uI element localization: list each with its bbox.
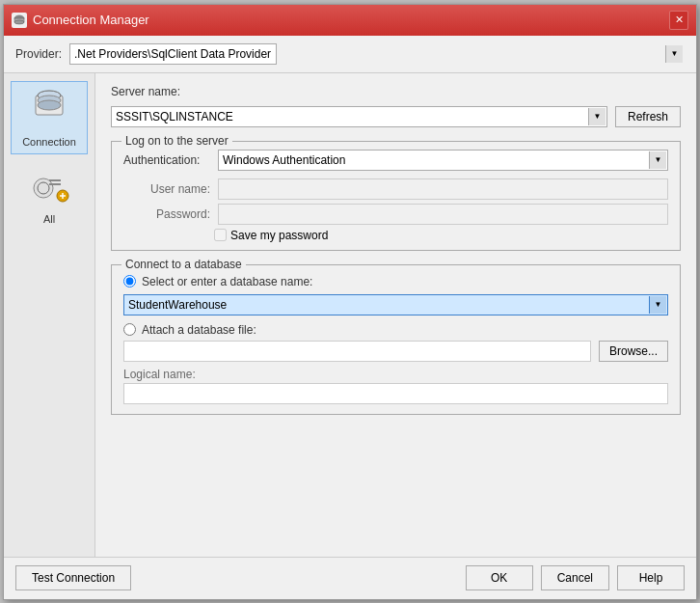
logon-group: Log on to the server Authentication: Win… bbox=[111, 141, 681, 251]
auth-row: Authentication: Windows Authentication ▼ bbox=[123, 150, 668, 171]
browse-button[interactable]: Browse... bbox=[599, 341, 668, 362]
svg-point-2 bbox=[14, 20, 24, 24]
password-label: Password: bbox=[123, 207, 210, 221]
sidebar-item-connection[interactable]: Connection bbox=[11, 81, 88, 154]
auth-select-wrapper: Windows Authentication ▼ bbox=[218, 150, 668, 171]
server-select-wrapper: SSSIT\SQLINSTANCE ▼ bbox=[111, 106, 607, 127]
database-group: Connect to a database Select or enter a … bbox=[111, 264, 681, 415]
server-section: Server name: SSSIT\SQLINSTANCE ▼ Refresh bbox=[111, 85, 681, 127]
content-area: Server name: SSSIT\SQLINSTANCE ▼ Refresh… bbox=[95, 73, 696, 557]
sidebar-all-label: All bbox=[43, 213, 55, 225]
title-bar-left: Connection Manager bbox=[12, 13, 149, 28]
save-password-label: Save my password bbox=[230, 229, 328, 242]
provider-select-arrow-icon: ▼ bbox=[665, 45, 683, 63]
sidebar-item-all[interactable]: All bbox=[11, 158, 88, 232]
server-name-row: SSSIT\SQLINSTANCE ▼ Refresh bbox=[111, 106, 681, 127]
all-icon bbox=[26, 165, 72, 211]
provider-select-wrapper: .Net Providers\SqlClient Data Provider ▼ bbox=[69, 43, 685, 65]
svg-point-7 bbox=[38, 100, 61, 110]
provider-label: Provider: bbox=[15, 47, 62, 61]
attach-db-radio[interactable] bbox=[123, 323, 136, 336]
attach-file-input[interactable] bbox=[123, 341, 591, 362]
attach-db-radio-row: Attach a database file: bbox=[123, 323, 668, 337]
connection-manager-window: Connection Manager ✕ Provider: .Net Prov… bbox=[3, 4, 697, 600]
attach-input-row: Browse... bbox=[123, 341, 668, 362]
user-name-label: User name: bbox=[123, 182, 210, 196]
database-select[interactable]: StudentWarehouse bbox=[123, 294, 668, 315]
provider-select[interactable]: .Net Providers\SqlClient Data Provider bbox=[69, 43, 277, 65]
sidebar-connection-label: Connection bbox=[22, 136, 76, 148]
sidebar: Connection All bbox=[4, 73, 95, 557]
help-button[interactable]: Help bbox=[617, 565, 685, 590]
auth-label: Authentication: bbox=[123, 153, 210, 167]
title-bar: Connection Manager ✕ bbox=[4, 5, 696, 36]
user-name-row: User name: bbox=[123, 178, 668, 200]
server-name-select[interactable]: SSSIT\SQLINSTANCE bbox=[111, 106, 607, 127]
server-name-label: Server name: bbox=[111, 85, 681, 98]
provider-row: Provider: .Net Providers\SqlClient Data … bbox=[4, 36, 696, 73]
save-password-row: Save my password bbox=[123, 229, 668, 242]
test-connection-button[interactable]: Test Connection bbox=[15, 565, 131, 590]
main-body: Connection All bbox=[4, 73, 696, 557]
window-title: Connection Manager bbox=[33, 13, 149, 27]
footer-right: OK Cancel Help bbox=[466, 565, 685, 590]
window-icon bbox=[12, 13, 27, 28]
select-db-radio-label: Select or enter a database name: bbox=[142, 275, 312, 288]
refresh-button[interactable]: Refresh bbox=[615, 106, 681, 127]
logical-name-label: Logical name: bbox=[123, 368, 668, 381]
user-name-input[interactable] bbox=[218, 178, 668, 200]
select-db-radio[interactable] bbox=[123, 275, 136, 288]
logon-group-title: Log on to the server bbox=[121, 134, 232, 148]
save-password-checkbox[interactable] bbox=[214, 229, 227, 241]
auth-select[interactable]: Windows Authentication bbox=[218, 150, 668, 171]
db-select-wrapper: StudentWarehouse ▼ bbox=[123, 294, 668, 315]
logical-name-section: Logical name: bbox=[123, 368, 668, 404]
logical-name-input[interactable] bbox=[123, 383, 668, 404]
connection-icon bbox=[26, 88, 72, 134]
footer: Test Connection OK Cancel Help bbox=[4, 557, 696, 599]
ok-button[interactable]: OK bbox=[466, 565, 533, 590]
password-row: Password: bbox=[123, 204, 668, 225]
footer-left: Test Connection bbox=[15, 565, 458, 590]
password-input[interactable] bbox=[218, 204, 668, 225]
database-group-title: Connect to a database bbox=[121, 258, 246, 271]
cancel-button[interactable]: Cancel bbox=[541, 565, 609, 590]
attach-db-radio-label: Attach a database file: bbox=[142, 323, 256, 337]
select-db-radio-row: Select or enter a database name: bbox=[123, 275, 668, 288]
close-button[interactable]: ✕ bbox=[669, 11, 688, 30]
